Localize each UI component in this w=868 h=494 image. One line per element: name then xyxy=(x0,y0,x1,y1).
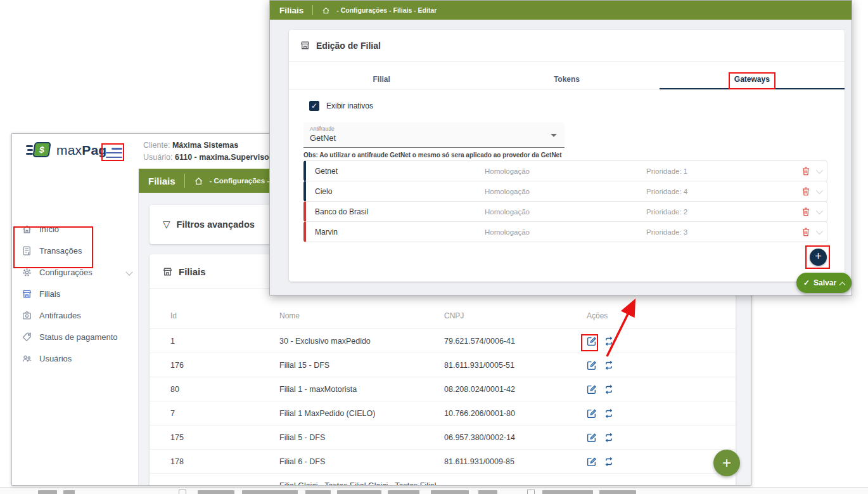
cell-actions xyxy=(577,457,736,467)
select-value: GetNet xyxy=(310,133,336,143)
sync-icon[interactable] xyxy=(604,336,614,346)
sidebar-item-filiais[interactable]: Filiais xyxy=(12,284,139,303)
trash-icon[interactable] xyxy=(801,227,810,237)
chevron-down-icon[interactable] xyxy=(816,166,823,173)
tab-filial[interactable]: Filial xyxy=(289,72,474,89)
cell-nome: Filial 6 - DFS xyxy=(279,457,444,466)
home-icon[interactable] xyxy=(322,6,330,15)
sidebar-item-inicio[interactable]: Início xyxy=(12,219,139,238)
gateways-list: Getnet Homologação Prioridade: 1 Cielo H… xyxy=(303,161,827,242)
cell-id: 178 xyxy=(170,457,279,466)
edit-icon[interactable] xyxy=(587,432,597,443)
sync-icon[interactable] xyxy=(604,384,614,394)
col-cnpj: CNPJ xyxy=(444,311,577,320)
antifraude-select[interactable]: Antifraude GetNet xyxy=(303,122,565,148)
check-icon: ✓ xyxy=(803,278,810,287)
table-body: 1 30 - Exclusivo maxPedido 79.621.574/00… xyxy=(150,329,736,474)
edit-icon[interactable] xyxy=(587,336,597,346)
cell-cnpj: 06.957.380/0002-14 xyxy=(444,433,577,442)
cell-cnpj: 79.621.574/0006-41 xyxy=(444,337,577,346)
sidebar-item-configuracoes[interactable]: Configurações xyxy=(12,263,139,282)
table-row: 175 Filial 5 - DFS 06.957.380/0002-14 xyxy=(150,426,736,450)
sidebar-item-transacoes[interactable]: Transações xyxy=(12,241,139,260)
cell-nome: 30 - Exclusivo maxPedido xyxy=(279,337,444,346)
table-card-title: Filiais xyxy=(179,266,206,277)
cell-nome: Filial Gleici - Testes Filial Gleici - T… xyxy=(279,481,444,486)
chevron-up-icon xyxy=(839,282,846,288)
edicao-filial-card: Edição de Filial Filial Tokens Gateways … xyxy=(289,30,845,282)
filter-icon: ▽ xyxy=(163,219,170,230)
gateway-name: Banco do Brasil xyxy=(306,207,476,216)
gateway-environment: Homologação xyxy=(476,188,637,195)
checkbox-label: Exibir inativos xyxy=(326,101,373,110)
sync-icon[interactable] xyxy=(604,408,614,419)
sidebar-item-antifraudes[interactable]: Antifraudes xyxy=(12,306,139,325)
safe-icon xyxy=(22,310,32,321)
cell-cnpj: 10.766.206/0001-80 xyxy=(444,409,577,418)
select-label: Antifraude xyxy=(310,126,335,132)
tab-tokens[interactable]: Tokens xyxy=(474,72,659,89)
gateway-row: Banco do Brasil Homologação Prioridade: … xyxy=(303,201,827,222)
cell-actions xyxy=(577,384,736,394)
gear-icon xyxy=(22,267,32,278)
edit-filial-window: Filiais - Configurações - Filiais - Edit… xyxy=(269,0,852,296)
trash-icon[interactable] xyxy=(801,207,810,217)
checkbox-checked-icon: ✓ xyxy=(309,101,319,111)
sync-icon[interactable] xyxy=(604,360,614,370)
sync-icon[interactable] xyxy=(604,457,614,467)
cell-nome: Filial 15 - DFS xyxy=(279,361,444,370)
cell-actions xyxy=(577,432,736,443)
cell-nome: Filial 1 MaxPedido (CIELO) xyxy=(279,409,444,418)
client-label: Cliente: xyxy=(143,141,170,150)
gateway-priority: Prioridade: 3 xyxy=(637,228,786,236)
add-filial-fab[interactable]: + xyxy=(713,450,740,476)
user-label: Usuário: xyxy=(143,153,173,162)
chevron-down-icon[interactable] xyxy=(816,227,823,234)
add-gateway-button[interactable]: + xyxy=(810,249,827,266)
home-icon[interactable] xyxy=(194,176,203,186)
tag-icon xyxy=(22,332,32,342)
chevron-down-icon[interactable] xyxy=(816,186,823,193)
cell-cnpj: 81.611.931/0005-51 xyxy=(444,361,577,370)
caret-down-icon xyxy=(551,134,557,137)
save-button[interactable]: ✓ Salvar xyxy=(796,273,852,293)
document-icon xyxy=(22,245,32,256)
trash-icon[interactable] xyxy=(801,166,810,176)
save-label: Salvar xyxy=(814,278,836,287)
tab-gateways[interactable]: Gateways xyxy=(660,72,845,89)
page-title: Filiais xyxy=(148,176,176,186)
hamburger-menu-icon[interactable] xyxy=(106,148,125,159)
divider xyxy=(184,174,185,188)
edit-icon[interactable] xyxy=(587,408,597,419)
table-row-partial: Filial Gleici - Testes Filial Gleici - T… xyxy=(150,474,736,486)
sync-icon[interactable] xyxy=(604,432,614,443)
obs-note: Obs: Ao utilizar o antifraude GetNet o m… xyxy=(303,152,562,159)
cell-cnpj: 08.208.024/0001-42 xyxy=(444,385,577,394)
cell-actions xyxy=(577,408,736,419)
gateway-environment: Homologação xyxy=(476,208,637,216)
edit-icon[interactable] xyxy=(587,457,597,467)
tab-bar: Filial Tokens Gateways xyxy=(289,72,845,89)
chevron-down-icon[interactable] xyxy=(816,207,823,214)
dollar-bill-icon: $ xyxy=(26,141,51,159)
table-row: 176 Filial 15 - DFS 81.611.931/0005-51 xyxy=(150,353,736,377)
store-icon xyxy=(162,266,173,277)
client-value: Máxima Sistemas xyxy=(172,141,238,150)
table-row: 178 Filial 6 - DFS 81.611.931/0009-85 xyxy=(150,450,736,474)
cell-id: 80 xyxy=(170,385,279,394)
edit-icon[interactable] xyxy=(587,384,597,394)
overlay-title: Filiais xyxy=(279,6,303,15)
sidebar-item-status-pagamento[interactable]: Status de pagamento xyxy=(12,327,139,346)
sidebar-item-usuarios[interactable]: Usuários xyxy=(12,349,139,368)
table-row: 80 Filial 1 - maxMotorista 08.208.024/00… xyxy=(150,377,736,401)
trash-icon[interactable] xyxy=(801,186,810,197)
overlay-header-bar: Filiais - Configurações - Filiais - Edit… xyxy=(270,1,852,20)
store-icon xyxy=(300,40,310,51)
col-acoes: Ações xyxy=(577,311,736,320)
store-icon xyxy=(22,289,32,299)
cell-id: 175 xyxy=(170,433,279,442)
breadcrumb: - Configurações - Filiais - Editar xyxy=(336,6,437,14)
edit-icon[interactable] xyxy=(587,360,597,370)
exibir-inativos-checkbox[interactable]: ✓ Exibir inativos xyxy=(309,101,373,111)
gateway-priority: Prioridade: 2 xyxy=(637,208,786,216)
